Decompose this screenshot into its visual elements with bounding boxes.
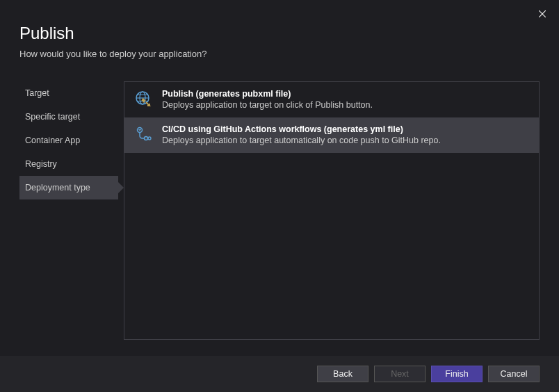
sidebar-item-registry[interactable]: Registry (19, 152, 118, 176)
globe-publish-icon (134, 90, 152, 108)
option-cicd-github-actions[interactable]: CI/CD using GitHub Actions workflows (ge… (124, 117, 539, 153)
sidebar-item-label: Deployment type (25, 183, 90, 193)
close-icon (539, 10, 546, 17)
options-panel: Publish (generates pubxml file) Deploys … (124, 81, 540, 340)
option-description: Deploys application to target on click o… (162, 100, 529, 110)
option-title: Publish (generates pubxml file) (162, 89, 529, 99)
sidebar-item-label: Specific target (25, 112, 80, 122)
sidebar-item-target[interactable]: Target (19, 81, 118, 105)
sidebar-item-label: Registry (25, 159, 57, 169)
wizard-steps-sidebar: Target Specific target Container App Reg… (19, 81, 118, 340)
option-publish-pubxml[interactable]: Publish (generates pubxml file) Deploys … (124, 82, 539, 117)
svg-point-9 (145, 137, 148, 140)
back-button[interactable]: Back (317, 366, 368, 382)
dialog-footer: Back Next Finish Cancel (0, 356, 559, 392)
close-button[interactable] (534, 6, 551, 22)
svg-point-10 (148, 137, 151, 140)
option-description: Deploys application to target automatica… (162, 136, 529, 145)
cancel-button[interactable]: Cancel (488, 366, 540, 382)
sidebar-item-label: Target (25, 88, 49, 98)
workflow-icon (134, 126, 152, 144)
sidebar-item-specific-target[interactable]: Specific target (19, 105, 118, 129)
option-title: CI/CD using GitHub Actions workflows (ge… (162, 124, 529, 134)
dialog-header: Publish How would you like to deploy you… (0, 0, 559, 65)
sidebar-item-container-app[interactable]: Container App (19, 129, 118, 152)
next-button: Next (374, 366, 426, 382)
finish-button[interactable]: Finish (431, 366, 483, 382)
dialog-subtitle: How would you like to deploy your applic… (19, 49, 540, 59)
sidebar-item-label: Container App (25, 136, 80, 145)
sidebar-item-deployment-type[interactable]: Deployment type (19, 176, 118, 199)
dialog-title: Publish (19, 24, 540, 43)
